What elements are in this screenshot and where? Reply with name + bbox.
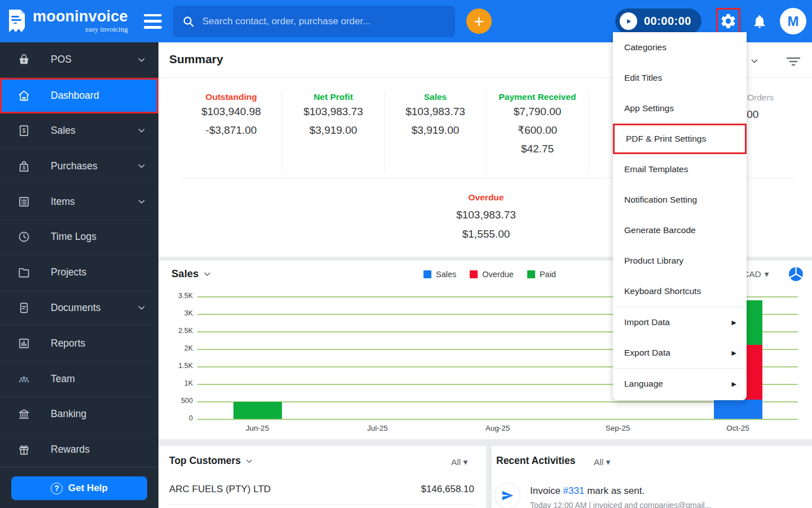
- gift-icon: [17, 443, 30, 456]
- bar-segment-sales-oct-25: [714, 400, 762, 419]
- global-search[interactable]: [173, 6, 455, 37]
- sidebar-item-team[interactable]: Team: [0, 361, 158, 397]
- stat-label: Payment Received: [490, 92, 585, 102]
- sidebar-item-label: Reports: [51, 338, 85, 349]
- legend-swatch: [527, 270, 535, 278]
- sidebar-item-items[interactable]: Items: [0, 184, 158, 220]
- sidebar-item-label: Projects: [51, 266, 86, 278]
- sidebar-item-reports[interactable]: Reports: [0, 326, 158, 361]
- legend-item-sales: Sales: [423, 270, 456, 279]
- notifications-button[interactable]: [752, 14, 767, 29]
- filter-button[interactable]: [785, 55, 801, 68]
- chevron-down-icon: [137, 197, 146, 206]
- sidebar-item-dashboard[interactable]: Dashboard: [0, 78, 158, 113]
- x-axis-category-label: Sep-25: [584, 424, 652, 432]
- top-customers-filter[interactable]: All ▾: [451, 457, 467, 467]
- menu-item-label: Email Templates: [624, 164, 688, 174]
- logo-text: mooninvoice easy invoicing: [33, 9, 128, 34]
- overdue-value: $103,983.73: [373, 205, 599, 225]
- legend-label: Paid: [540, 270, 556, 279]
- menu-item-label: Notification Setting: [624, 195, 697, 205]
- summary-stats-row: Outstanding$103,940.98-$3,871.00Net Prof…: [180, 91, 589, 173]
- sidebar-item-pos[interactable]: POS: [0, 42, 158, 78]
- sidebar-item-projects[interactable]: Projects: [0, 255, 158, 291]
- search-input[interactable]: [202, 16, 446, 27]
- recent-activities-filter[interactable]: All ▾: [594, 457, 610, 467]
- chart-legend: SalesOverduePaid: [423, 270, 556, 279]
- hamburger-bar: [144, 14, 162, 17]
- y-axis-tick-label: 0: [158, 414, 193, 422]
- menu-item-generate-barcode[interactable]: Generate Barcode: [613, 215, 747, 246]
- sidebar-item-sales[interactable]: $Sales: [0, 113, 158, 149]
- stat-value: -$3,871.00: [184, 121, 279, 139]
- menu-item-email-templates[interactable]: Email Templates: [613, 154, 747, 185]
- menu-item-label: Product Library: [624, 256, 683, 266]
- settings-button-highlight-box[interactable]: [716, 8, 740, 34]
- summary-stat-outstanding: Outstanding$103,940.98-$3,871.00: [180, 91, 283, 173]
- menu-item-notification-setting[interactable]: Notification Setting: [613, 185, 747, 215]
- legend-swatch: [470, 270, 478, 278]
- user-avatar[interactable]: M: [780, 8, 806, 34]
- pie-chart-toggle-button[interactable]: [788, 266, 804, 282]
- settings-dropdown-menu: CategoriesEdit TitlesApp SettingsPDF & P…: [613, 32, 747, 400]
- menu-item-label: Keyboard Shortcuts: [624, 286, 701, 296]
- chart-gridline: [197, 419, 798, 420]
- menu-item-language[interactable]: Language▶: [613, 369, 747, 399]
- hamburger-bar: [144, 26, 162, 29]
- app-logo[interactable]: mooninvoice easy invoicing: [7, 9, 128, 34]
- sales-chart-title[interactable]: Sales: [171, 268, 211, 280]
- menu-item-product-library[interactable]: Product Library: [613, 246, 747, 276]
- sidebar-item-label: Team: [51, 373, 75, 385]
- recent-activities-title: Recent Activities: [496, 455, 575, 467]
- menu-item-export-data[interactable]: Export Data▶: [613, 338, 747, 368]
- sidebar-item-label: Rewards: [51, 444, 90, 456]
- pie-chart-icon: [788, 266, 804, 282]
- menu-item-categories[interactable]: Categories: [613, 32, 747, 63]
- get-help-button[interactable]: ? Get Help: [11, 476, 147, 500]
- sidebar-item-label: Documents: [51, 302, 101, 314]
- time-tracker[interactable]: 00:00:00: [615, 8, 701, 34]
- menu-item-edit-titles[interactable]: Edit Titles: [613, 63, 747, 93]
- customer-amount: $146,658.10: [361, 484, 474, 495]
- sidebar-item-time-logs[interactable]: Time Logs: [0, 220, 158, 255]
- submenu-arrow-icon: ▶: [732, 349, 736, 357]
- folder-icon: [17, 266, 30, 279]
- submenu-arrow-icon: ▶: [732, 380, 736, 388]
- sidebar-item-purchases[interactable]: $Purchases: [0, 148, 158, 184]
- menu-item-label: Categories: [624, 42, 667, 52]
- sidebar-item-rewards[interactable]: Rewards: [0, 432, 158, 468]
- section-separator: [158, 439, 812, 446]
- customer-name[interactable]: ARC FUELS (PTY) LTD: [169, 484, 271, 495]
- purchase-bag-icon: $: [17, 160, 30, 173]
- legend-item-overdue: Overdue: [470, 270, 514, 279]
- question-icon: ?: [51, 483, 63, 494]
- menu-item-keyboard-shortcuts[interactable]: Keyboard Shortcuts: [613, 276, 747, 306]
- quick-add-button[interactable]: +: [466, 8, 492, 34]
- menu-item-import-data[interactable]: Import Data▶: [613, 307, 747, 338]
- document-icon: [17, 301, 30, 314]
- menu-item-pdf-print-settings[interactable]: PDF & Print Settings: [613, 124, 747, 154]
- chevron-down-icon: [137, 303, 146, 312]
- top-customers-title[interactable]: Top Customers: [169, 455, 253, 467]
- get-help-label: Get Help: [68, 483, 108, 494]
- menu-item-label: Generate Barcode: [624, 225, 696, 235]
- sidebar-item-label: Purchases: [51, 160, 98, 172]
- legend-item-paid: Paid: [527, 270, 556, 279]
- stat-value: ₹600.00: [490, 121, 585, 139]
- play-icon: [625, 17, 633, 25]
- team-icon: [17, 373, 30, 386]
- sidebar-item-documents[interactable]: Documents: [0, 291, 158, 326]
- menu-item-label: Import Data: [624, 317, 670, 327]
- play-button[interactable]: [620, 12, 637, 30]
- y-axis-tick-label: 3.5K: [158, 292, 193, 300]
- sidebar-item-label: Dashboard: [51, 90, 99, 102]
- sidebar-item-banking[interactable]: Banking: [0, 397, 158, 432]
- overdue-value: $1,555.00: [373, 225, 599, 244]
- menu-item-app-settings[interactable]: App Settings: [613, 93, 747, 124]
- sidebar-toggle-button[interactable]: [144, 14, 163, 29]
- invoice-link[interactable]: #331: [563, 485, 585, 496]
- summary-stat-net-profit: Net Profit$103,983.73$3,919.00: [283, 91, 385, 173]
- pos-basket-icon: [17, 53, 30, 66]
- summary-stat-payment-received: Payment Received$7,790.00₹600.00$42.75: [487, 91, 589, 173]
- overdue-label: Overdue: [373, 192, 599, 203]
